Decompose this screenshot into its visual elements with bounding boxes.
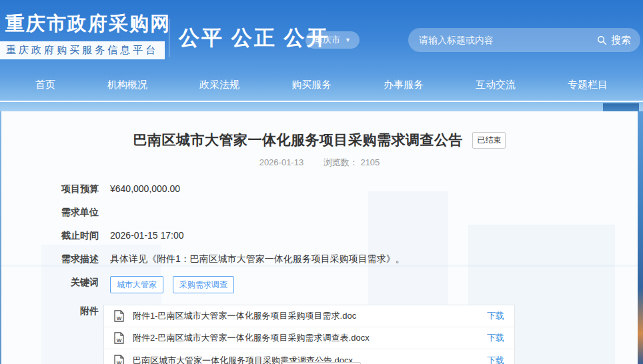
announcement-card: 巴南区城市大管家一体化服务项目采购需求调查公告 已结束 2026-01-13 浏…	[1, 111, 638, 364]
demand-unit-label: 需求单位	[1, 206, 99, 218]
region-selector-label: 重庆市	[314, 34, 340, 46]
keyword-tag[interactable]: 城市大管家	[110, 276, 163, 293]
announcement-fields: 项目预算 ¥640,000,000.00 需求单位 截止时间 2026-01-1…	[1, 183, 638, 364]
svg-text:W: W	[117, 359, 122, 364]
attachment-row: W 附件2-巴南区城市大管家一体化服务项目采购需求调查表.docx 下载	[104, 327, 514, 349]
keywords-value: 城市大管家 采购需求调查	[110, 276, 241, 293]
download-link[interactable]: 下载	[487, 355, 504, 364]
attachment-row: W 附件1-巴南区城市大管家一体化服务项目采购项目需求.doc 下载	[104, 305, 514, 327]
chevron-down-icon: ▼	[345, 37, 351, 43]
nav-item-purchase-services[interactable]: 购买服务	[285, 75, 338, 95]
description-value: 具体详见《附件1：巴南区城市大管家一体化服务项目采购项目需求》。	[110, 253, 405, 265]
keywords-label: 关键词	[1, 276, 99, 288]
field-row-description: 需求描述 具体详见《附件1：巴南区城市大管家一体化服务项目采购项目需求》。	[1, 253, 638, 265]
nav-item-special-columns[interactable]: 专题栏目	[561, 75, 614, 95]
header-divider	[169, 19, 169, 57]
main-nav: 首页 机构概况 政采法规 购买服务 办事服务 互动交流 专题栏目	[0, 69, 643, 101]
nav-item-interaction[interactable]: 互动交流	[469, 75, 522, 95]
search-button-label: 搜索	[611, 34, 631, 47]
views-count: 2105	[360, 157, 380, 167]
svg-text:W: W	[117, 337, 122, 343]
site-logo-subtitle: 重庆政府购买服务信息平台	[0, 41, 165, 59]
deadline-value: 2026-01-15 17:00	[110, 229, 184, 241]
views-label: 浏览数：	[324, 157, 358, 167]
budget-value: ¥640,000,000.00	[110, 183, 180, 195]
meta-row: 2026-01-13 浏览数： 2105	[1, 157, 638, 169]
title-row: 巴南区城市大管家一体化服务项目采购需求调查公告 已结束	[1, 131, 638, 149]
search-icon	[597, 35, 607, 45]
publish-date: 2026-01-13	[259, 157, 304, 167]
site-header: 重庆市政府采购网 重庆政府购买服务信息平台 公平 公正 公开 重庆市 ▼ 搜索 …	[0, 0, 643, 111]
field-row-attachments: 附件 W 附件1-巴南区城市大管家一体化服务项目采购项目需求.doc 下载	[1, 305, 638, 364]
download-link[interactable]: 下载	[487, 310, 504, 322]
nav-item-procurement-laws[interactable]: 政采法规	[193, 75, 246, 95]
field-row-demand-unit: 需求单位	[1, 206, 638, 218]
deadline-label: 截止时间	[1, 229, 99, 241]
keyword-tag[interactable]: 采购需求调查	[173, 276, 234, 293]
attachments-label: 附件	[1, 305, 99, 317]
field-row-keywords: 关键词 城市大管家 采购需求调查	[1, 276, 638, 293]
search-button[interactable]: 搜索	[597, 34, 631, 47]
page-title: 巴南区城市大管家一体化服务项目采购需求调查公告	[133, 132, 464, 147]
header-top: 重庆市政府采购网 重庆政府购买服务信息平台 公平 公正 公开 重庆市 ▼ 搜索	[0, 0, 643, 69]
description-label: 需求描述	[1, 253, 99, 265]
budget-label: 项目预算	[1, 183, 99, 195]
word-doc-icon: W	[114, 355, 124, 364]
word-doc-icon: W	[114, 310, 124, 322]
word-doc-icon: W	[114, 332, 124, 344]
background-right-strip	[638, 111, 643, 364]
region-selector[interactable]: 重庆市 ▼	[305, 31, 360, 49]
svg-text:W: W	[117, 315, 122, 321]
search-box: 搜索	[408, 28, 640, 52]
download-link[interactable]: 下载	[487, 332, 504, 344]
attachment-filename[interactable]: 附件1-巴南区城市大管家一体化服务项目采购项目需求.doc	[133, 310, 487, 322]
nav-separator-line	[0, 101, 643, 102]
nav-item-org-overview[interactable]: 机构概况	[101, 75, 154, 95]
search-input[interactable]	[419, 35, 597, 45]
nav-item-home[interactable]: 首页	[29, 75, 62, 95]
status-badge: 已结束	[472, 132, 506, 149]
field-row-budget: 项目预算 ¥640,000,000.00	[1, 183, 638, 195]
attachment-filename[interactable]: 附件2-巴南区城市大管家一体化服务项目采购需求调查表.docx	[133, 332, 487, 344]
nav-item-work-services[interactable]: 办事服务	[377, 75, 430, 95]
site-logo-title[interactable]: 重庆市政府采购网	[5, 11, 171, 37]
field-row-deadline: 截止时间 2026-01-15 17:00	[1, 229, 638, 241]
attachment-list: W 附件1-巴南区城市大管家一体化服务项目采购项目需求.doc 下载 W 附件2…	[103, 305, 515, 364]
